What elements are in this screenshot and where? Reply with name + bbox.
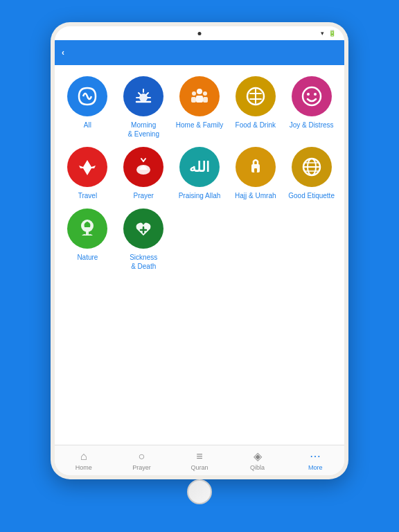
travel-icon xyxy=(67,147,107,187)
category-item-sickness-death[interactable]: Sickness & Death xyxy=(118,209,170,271)
svg-point-17 xyxy=(303,87,321,105)
page-title xyxy=(186,0,213,22)
tab-more[interactable]: ⋯More xyxy=(286,445,344,475)
prayer-tab-icon: ○ xyxy=(139,450,145,463)
svg-rect-11 xyxy=(191,97,196,103)
wifi-icon: ▾ xyxy=(321,30,324,37)
hajj-umrah-label: Hajj & Umrah xyxy=(235,191,276,200)
all-icon xyxy=(67,76,107,116)
qibla-tab-label: Qibla xyxy=(250,464,265,471)
prayer-label: Prayer xyxy=(133,191,153,200)
travel-label: Travel xyxy=(78,191,97,200)
category-grid: AllMorning & EveningHome & FamilyFood & … xyxy=(62,76,337,271)
svg-line-4 xyxy=(139,93,141,95)
content-area: AllMorning & EveningHome & FamilyFood & … xyxy=(55,65,344,445)
prayer-icon xyxy=(123,147,163,187)
qibla-tab-icon: ◈ xyxy=(254,450,262,463)
joy-distress-label: Joy & Distress xyxy=(290,121,334,130)
category-item-travel[interactable]: Travel xyxy=(62,147,114,200)
home-family-icon xyxy=(179,76,220,116)
svg-rect-12 xyxy=(203,97,208,103)
home-family-label: Home & Family xyxy=(176,121,223,130)
camera-dot xyxy=(198,32,202,35)
nav-bar: ‹ xyxy=(55,40,344,65)
morning-evening-icon xyxy=(123,76,163,116)
category-item-hajj-umrah[interactable]: Hajj & Umrah xyxy=(229,147,281,200)
svg-rect-10 xyxy=(196,96,203,103)
nature-label: Nature xyxy=(77,253,98,262)
category-item-joy-distress[interactable]: Joy & Distress xyxy=(285,76,337,139)
all-label: All xyxy=(84,121,91,130)
home-button[interactable] xyxy=(187,479,212,504)
joy-distress-icon xyxy=(292,76,332,116)
food-drink-icon xyxy=(236,76,276,116)
tab-bar: ⌂Home○Prayer≡Quran◈Qibla⋯More xyxy=(55,445,344,475)
svg-line-5 xyxy=(146,93,148,95)
device-screen: ▾ 🔋 ‹ AllMorning & EveningHome & FamilyF… xyxy=(55,26,344,475)
category-item-home-family[interactable]: Home & Family xyxy=(174,76,226,139)
chevron-left-icon: ‹ xyxy=(62,48,64,57)
status-battery: ▾ 🔋 xyxy=(321,30,336,37)
sickness-death-label: Sickness & Death xyxy=(130,253,157,271)
tab-quran[interactable]: ≡Quran xyxy=(170,445,229,475)
category-item-food-drink[interactable]: Food & Drink xyxy=(229,76,281,139)
device-frame: ▾ 🔋 ‹ AllMorning & EveningHome & FamilyF… xyxy=(51,22,348,479)
home-tab-label: Home xyxy=(76,464,92,471)
tab-home[interactable]: ⌂Home xyxy=(55,445,113,475)
svg-point-8 xyxy=(192,91,196,96)
svg-line-22 xyxy=(143,159,145,161)
quran-tab-icon: ≡ xyxy=(196,450,202,463)
category-item-praising-allah[interactable]: اللهPraising Allah xyxy=(174,147,226,200)
svg-point-18 xyxy=(307,93,310,96)
back-button[interactable]: ‹ xyxy=(62,48,66,57)
good-etiquette-label: Good Etiquette xyxy=(288,191,335,200)
svg-rect-24 xyxy=(254,168,257,172)
hajj-umrah-icon xyxy=(236,147,276,187)
tab-prayer[interactable]: ○Prayer xyxy=(113,445,171,475)
more-tab-label: More xyxy=(308,464,323,471)
category-item-prayer[interactable]: Prayer xyxy=(118,147,170,200)
good-etiquette-icon xyxy=(292,147,332,187)
category-item-morning-evening[interactable]: Morning & Evening xyxy=(118,76,170,139)
food-drink-label: Food & Drink xyxy=(236,121,276,130)
battery-icon: 🔋 xyxy=(328,30,336,37)
category-item-good-etiquette[interactable]: Good Etiquette xyxy=(285,147,337,200)
svg-point-19 xyxy=(314,93,317,96)
category-item-all[interactable]: All xyxy=(62,76,114,139)
svg-point-9 xyxy=(203,91,207,96)
praising-allah-icon: الله xyxy=(179,147,220,187)
home-tab-icon: ⌂ xyxy=(80,450,87,463)
more-tab-icon: ⋯ xyxy=(310,450,321,463)
nature-icon xyxy=(67,209,107,249)
category-item-nature[interactable]: Nature xyxy=(62,209,114,271)
sickness-death-icon xyxy=(123,209,163,249)
svg-point-7 xyxy=(197,89,202,94)
prayer-tab-label: Prayer xyxy=(132,464,151,471)
praising-allah-label: Praising Allah xyxy=(179,191,221,200)
morning-evening-label: Morning & Evening xyxy=(127,121,159,139)
tab-qibla[interactable]: ◈Qibla xyxy=(229,445,287,475)
quran-tab-label: Quran xyxy=(190,464,208,471)
home-button-bar xyxy=(55,475,344,506)
